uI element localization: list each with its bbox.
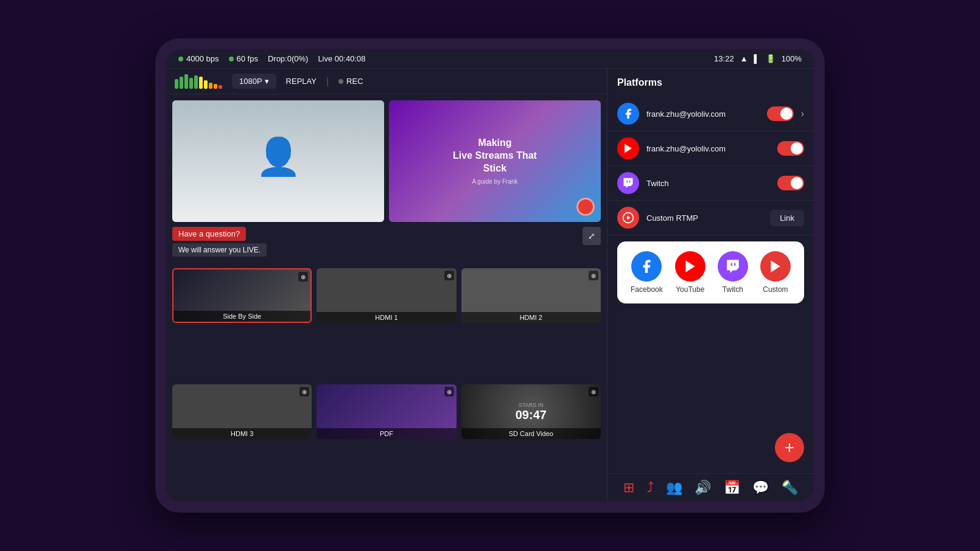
resolution-label: 1080P: [239, 77, 262, 86]
audio-bar-1: [175, 79, 178, 89]
thumb-icon-1: ⊕: [298, 272, 308, 282]
stream-title: MakingLive Streams ThatStick: [453, 137, 537, 173]
platform-picker-popup: Facebook YouTube Twitch: [617, 241, 804, 303]
toolbar: 1080P ▾ REPLAY | REC: [166, 69, 607, 94]
chat-nav-icon[interactable]: 💬: [752, 480, 769, 496]
layers-nav-icon[interactable]: ⊞: [623, 480, 634, 496]
status-bar: 4000 bps 60 fps Drop:0(0%) Live 00:40:08…: [166, 49, 814, 69]
stream-title-overlay: MakingLive Streams ThatStick A guide by …: [447, 131, 543, 191]
timer-value: 09:47: [516, 408, 547, 422]
signal-icon: ▌: [754, 54, 760, 63]
preview-right: MakingLive Streams ThatStick A guide by …: [389, 100, 601, 222]
resolution-button[interactable]: 1080P ▾: [232, 74, 276, 89]
right-panel: Platforms frank.zhu@yololiv.com › frank.…: [607, 69, 814, 502]
system-status: 13:22 ▲ ▌ 🔋 100%: [714, 54, 802, 63]
platforms-header: Platforms: [607, 69, 814, 97]
picker-youtube-label: YouTube: [676, 285, 704, 294]
fps-value: 60 fps: [237, 54, 258, 63]
bitrate-value: 4000 bps: [186, 54, 219, 63]
picker-facebook[interactable]: Facebook: [631, 251, 663, 294]
picker-youtube-icon: [675, 251, 705, 282]
twitch-toggle[interactable]: [777, 176, 804, 190]
rtmp-label: Custom RTMP: [646, 213, 763, 223]
youtube-toggle[interactable]: [777, 141, 804, 156]
picker-facebook-icon: [631, 251, 662, 282]
picker-youtube[interactable]: YouTube: [675, 251, 705, 294]
picker-facebook-label: Facebook: [631, 285, 663, 294]
rec-indicator: REC: [338, 77, 363, 86]
thumb-icon-4: ⊕: [299, 387, 309, 397]
users-nav-icon[interactable]: 👥: [666, 480, 682, 496]
thumb-hdmi3[interactable]: ⊕ HDMI 3: [172, 384, 312, 439]
audio-level-meter: [175, 74, 222, 89]
picker-custom-icon: [760, 251, 791, 282]
clock: 13:22: [714, 54, 734, 63]
tablet-device: 4000 bps 60 fps Drop:0(0%) Live 00:40:08…: [155, 38, 825, 513]
thumb-label-6: SD Card Video: [461, 428, 601, 439]
bitrate-dot: [178, 57, 183, 61]
source-thumbnails: ⊕ Side By Side ⊕ HDMI 1 ⊕ HDMI 2 ⊕: [172, 268, 601, 496]
svg-marker-0: [625, 144, 632, 153]
thumb-pdf[interactable]: ⊕ PDF: [317, 384, 456, 439]
bitrate-indicator: 4000 bps: [178, 54, 219, 63]
replay-button[interactable]: REPLAY: [286, 77, 317, 86]
audio-nav-icon[interactable]: 🔊: [695, 480, 711, 496]
settings-nav-icon[interactable]: 🔦: [782, 480, 798, 496]
dropdown-arrow-icon: ▾: [265, 77, 269, 86]
picker-custom[interactable]: Custom: [760, 251, 791, 294]
picker-twitch-label: Twitch: [723, 285, 743, 294]
picker-twitch[interactable]: Twitch: [718, 251, 748, 294]
left-panel: 1080P ▾ REPLAY | REC: [166, 69, 607, 502]
audio-bar-3: [184, 74, 188, 89]
thumb-label-1: Side By Side: [173, 311, 310, 322]
audio-bar-5: [194, 75, 198, 89]
audio-bar-9: [214, 84, 217, 89]
thumb-icon-5: ⊕: [444, 387, 454, 397]
rec-dot-icon: [338, 79, 343, 84]
platform-twitch: Twitch: [607, 166, 814, 201]
answer-label: We will answer you LIVE.: [172, 243, 267, 257]
audio-bar-2: [180, 77, 183, 89]
thumb-label-5: PDF: [317, 428, 456, 439]
svg-marker-4: [771, 260, 780, 272]
thumb-sdcard[interactable]: STARS IN 09:47 ⊕ SD Card Video: [461, 384, 601, 439]
platform-rtmp: Custom RTMP Link: [607, 201, 814, 235]
thumb-icon-2: ⊕: [444, 271, 454, 280]
fps-dot: [229, 57, 234, 61]
drop-value: Drop:0(0%): [268, 54, 308, 63]
audio-bar-4: [189, 78, 193, 89]
facebook-chevron-icon[interactable]: ›: [801, 108, 804, 119]
rtmp-icon: [617, 207, 639, 229]
share-nav-icon[interactable]: ⤴: [647, 480, 654, 496]
thumb-side-by-side[interactable]: ⊕ Side By Side: [172, 268, 312, 323]
person-preview: [172, 100, 384, 222]
link-button[interactable]: Link: [770, 210, 804, 226]
wifi-icon: ▲: [740, 54, 748, 63]
main-preview: MakingLive Streams ThatStick A guide by …: [172, 100, 601, 222]
thumb-hdmi2[interactable]: ⊕ HDMI 2: [461, 268, 601, 323]
stream-subtitle: A guide by Frank: [453, 178, 537, 185]
svg-marker-3: [685, 260, 695, 272]
add-button-container: +: [607, 310, 814, 473]
calendar-nav-icon[interactable]: 📅: [724, 480, 740, 496]
live-time-value: Live 00:40:08: [318, 54, 365, 63]
platform-youtube: frank.zhu@yololiv.com: [607, 131, 814, 166]
battery-icon: 🔋: [766, 54, 775, 63]
preview-area: MakingLive Streams ThatStick A guide by …: [166, 94, 607, 502]
thumb-label-2: HDMI 1: [317, 312, 456, 323]
record-indicator: [576, 198, 595, 216]
rec-label: REC: [346, 77, 363, 86]
main-area: 1080P ▾ REPLAY | REC: [166, 69, 814, 502]
facebook-icon: [617, 103, 639, 125]
thumb-hdmi1[interactable]: ⊕ HDMI 1: [317, 268, 456, 323]
facebook-account: frank.zhu@yololiv.com: [646, 109, 760, 119]
expand-button[interactable]: ⤢: [583, 227, 601, 245]
replay-label: REPLAY: [286, 77, 317, 86]
twitch-account: Twitch: [646, 179, 770, 188]
facebook-toggle[interactable]: [767, 106, 794, 121]
add-platform-button[interactable]: +: [775, 433, 804, 462]
platform-facebook: frank.zhu@yololiv.com ›: [607, 97, 814, 131]
svg-marker-2: [627, 216, 630, 220]
drop-indicator: Drop:0(0%): [268, 54, 308, 63]
youtube-icon: [617, 137, 639, 159]
